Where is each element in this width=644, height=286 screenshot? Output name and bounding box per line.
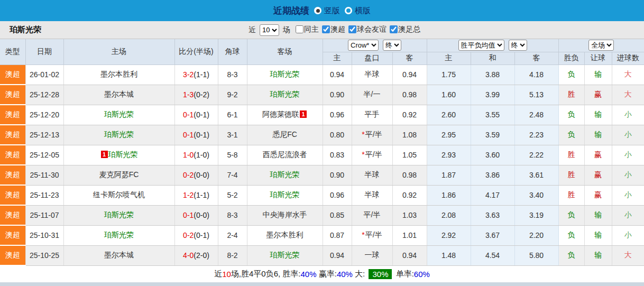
filter-checkbox-1[interactable]: 澳超 — [322, 25, 345, 34]
league-filters: 同主澳超球会友谊澳足总 — [292, 25, 420, 35]
filter-checkbox-label-1[interactable]: 澳超 — [330, 25, 345, 34]
scope-select[interactable]: 全场 — [588, 40, 614, 51]
team-name: 中央海岸水手 — [263, 210, 307, 219]
vertical-radio-icon[interactable] — [314, 7, 321, 14]
cell-goals: 小 — [612, 125, 644, 145]
table-row: 澳超25-12-28墨尔本城1-3(0-2)9-2珀斯光荣0.90半/一0.98… — [0, 85, 644, 105]
results-table: 类型 日期 主场 比分(半场) 角球 客场 Crow* 终 胜 — [0, 39, 644, 266]
filter-checkbox-label-0[interactable]: 同主 — [304, 25, 319, 34]
cell-spread-result: 赢 — [584, 185, 612, 205]
cell-odds-away: 1.08 — [392, 125, 427, 145]
cell-spread-result: 赢 — [584, 145, 612, 165]
filters: 近 10 场 同主澳超球会友谊澳足总 — [249, 24, 420, 36]
col-header-corner: 角球 — [218, 39, 247, 64]
cell-score: 0-1(0-1) — [174, 105, 218, 125]
page-title: 近期战绩 — [273, 5, 309, 17]
sub-header-avg-home: 主 — [427, 52, 471, 64]
filter-checkbox-label-2[interactable]: 球会友谊 — [357, 25, 387, 34]
cell-score: 0-2(0-1) — [174, 225, 218, 245]
team-name: 珀斯光荣 — [270, 170, 300, 179]
odds-company-select[interactable]: Crow* — [348, 40, 379, 51]
cell-spread-result: 输 — [584, 64, 612, 85]
cell-corner: 5-2 — [218, 185, 247, 205]
cell-spread-result: 输 — [584, 245, 612, 265]
cell-odds-away: 0.92 — [392, 105, 427, 125]
cell-corner: 8-3 — [218, 64, 247, 85]
summary-count: 10 — [222, 270, 231, 279]
cell-odds-away: 1.05 — [392, 145, 427, 165]
cell-avg-draw: 3.86 — [471, 165, 514, 185]
avg-type-select[interactable]: 胜平负均值 — [458, 40, 504, 51]
horizontal-radio-icon[interactable] — [345, 7, 352, 14]
team-name: 悉尼FC — [272, 130, 297, 139]
cell-odds-away: 0.94 — [392, 64, 427, 85]
team-name: 珀斯光荣 — [104, 230, 134, 239]
cell-avg-home: 1.60 — [427, 85, 471, 105]
cell-corner: 7-4 — [218, 165, 247, 185]
table-row: 澳超25-11-23纽卡斯尔喷气机1-2(1-1)5-2珀斯光荣0.96半球0.… — [0, 185, 644, 205]
team-name: 珀斯光荣 — [270, 190, 300, 199]
red-card-badge: 1 — [101, 151, 108, 158]
horizontal-radio-label[interactable]: 横版 — [355, 6, 371, 16]
cell-away-team: 西悉尼流浪者 — [247, 145, 323, 165]
cell-handicap: 半球 — [352, 185, 392, 205]
cell-score: 0-2(0-0) — [174, 165, 218, 185]
cell-league: 澳超 — [0, 225, 25, 245]
team-name: 珀斯光荣 — [104, 130, 134, 139]
sub-header-avg-away: 客 — [514, 52, 558, 64]
cell-goals: 大 — [612, 85, 644, 105]
vertical-radio-label[interactable]: 竖版 — [324, 6, 340, 16]
sub-header-goals: 进球数 — [612, 52, 644, 64]
cell-handicap: *平/半 — [352, 125, 392, 145]
summary-part1: 近 — [214, 269, 222, 279]
cell-result: 负 — [558, 225, 584, 245]
cell-home-team: 纽卡斯尔喷气机 — [63, 185, 174, 205]
filter-checkbox-input-1[interactable] — [322, 25, 330, 33]
cell-date: 25-10-31 — [25, 225, 63, 245]
team-name: 珀斯光荣 — [104, 210, 134, 219]
filter-checkbox-input-2[interactable] — [348, 25, 356, 33]
cell-league: 澳超 — [0, 165, 25, 185]
odds-state-select[interactable]: 终 — [383, 40, 401, 51]
cell-date: 25-12-28 — [25, 85, 63, 105]
cell-odds-home: 0.85 — [323, 205, 352, 225]
cell-home-team: 墨尔本胜利 — [63, 64, 174, 85]
cell-score: 0-1(0-0) — [174, 205, 218, 225]
filter-checkbox-label-3[interactable]: 澳足总 — [398, 25, 420, 34]
cell-avg-away: 2.22 — [514, 145, 558, 165]
cell-goals: 大 — [612, 245, 644, 265]
cell-goals: 小 — [612, 145, 644, 165]
cell-avg-draw: 3.60 — [471, 145, 514, 165]
table-row: 澳超25-10-31珀斯光荣0-2(0-1)2-4墨尔本胜利0.87*平/半1.… — [0, 225, 644, 245]
layout-option-vertical[interactable]: 竖版 — [314, 6, 340, 16]
cell-odds-away: 0.98 — [392, 165, 427, 185]
filter-checkbox-0[interactable]: 同主 — [296, 25, 319, 34]
cell-avg-home: 1.87 — [427, 165, 471, 185]
filter-checkbox-input-0[interactable] — [296, 25, 303, 33]
sub-header-odds-away: 客 — [392, 52, 427, 64]
recent-count-select[interactable]: 10 — [260, 24, 279, 36]
filter-checkbox-input-3[interactable] — [390, 25, 398, 33]
team-name: 纽卡斯尔喷气机 — [93, 190, 145, 199]
avg-state-select[interactable]: 终 — [509, 40, 527, 51]
cell-home-team: 墨尔本城 — [63, 245, 174, 265]
col-header-date: 日期 — [25, 39, 63, 64]
summary-part4: 大: — [353, 269, 367, 279]
cell-date: 25-10-25 — [25, 245, 63, 265]
win-rate: 40% — [301, 270, 317, 279]
cell-corner: 8-2 — [218, 245, 247, 265]
layout-option-horizontal[interactable]: 横版 — [345, 6, 371, 16]
cell-league: 澳超 — [0, 105, 25, 125]
cell-away-team: 阿德莱德联1 — [247, 105, 323, 125]
cell-league: 澳超 — [0, 85, 25, 105]
cell-result: 负 — [558, 205, 584, 225]
cell-corner: 2-4 — [218, 225, 247, 245]
filter-checkbox-3[interactable]: 澳足总 — [390, 25, 420, 34]
cell-away-team: 珀斯光荣 — [247, 85, 323, 105]
cell-avg-away: 2.48 — [514, 105, 558, 125]
filter-checkbox-2[interactable]: 球会友谊 — [348, 25, 387, 34]
avg-group-header: 胜平负均值 终 — [427, 39, 558, 52]
cell-goals: 小 — [612, 225, 644, 245]
cell-league: 澳超 — [0, 185, 25, 205]
team-name: 珀斯光荣 — [270, 251, 300, 259]
